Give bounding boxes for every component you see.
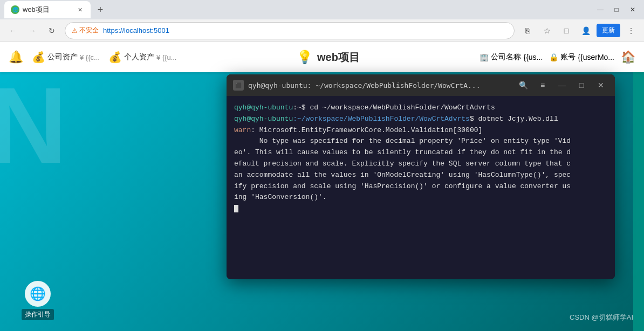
forward-button[interactable]: → [24,22,41,39]
terminal-min-button[interactable]: — [554,78,570,93]
personal-assets-value: ¥ {{u... [156,53,177,61]
terminal-body[interactable]: qyh@qyh-ubuntu:~$ cd ~/workspace/WebPubl… [227,96,615,279]
profile-button[interactable]: 👤 [577,22,594,39]
new-tab-button[interactable]: + [93,2,108,17]
company-assets-item[interactable]: 💰 公司资产 ¥ {{c... [32,51,100,64]
terminal-max-button[interactable]: □ [574,78,589,93]
share-button[interactable]: ⎘ [519,22,536,39]
close-button[interactable]: ✕ [626,3,640,17]
operation-guide-button[interactable]: 🌐 操作引导 [22,281,54,320]
nav-right-controls: ⎘ ☆ □ 👤 更新 ⋮ [519,22,640,39]
security-text: 不安全 [79,26,99,35]
address-bar[interactable]: ⚠ 不安全 https://localhost:5001 [65,22,515,39]
personal-assets-item[interactable]: 💰 个人资产 ¥ {{u... [108,51,177,64]
right-sidebar [633,42,644,331]
terminal-line-4: No type was specified for the decimal pr… [234,136,607,147]
active-tab[interactable]: 🌐 web项目 ✕ [4,1,91,18]
nav-bar: ← → ↻ ⚠ 不安全 https://localhost:5001 ⎘ ☆ □… [0,19,644,42]
terminal-titlebar: ⬛ qyh@qyh-ubuntu: ~/workspace/WebPublish… [227,74,615,96]
title-bar: 🌐 web项目 ✕ + — □ ✕ [0,0,644,19]
company-assets-icon: 💰 [32,51,45,64]
terminal-title: qyh@qyh-ubuntu: ~/workspace/WebPublishFo… [248,81,511,89]
update-button[interactable]: 更新 [597,24,620,37]
personal-assets-icon: 💰 [108,51,122,64]
alarm-icon: 🔔 [9,50,23,64]
terminal-line-5: eo'. This will cause values to be silent… [234,147,607,158]
terminal-line-7: an accommodate all the values in 'OnMode… [234,170,607,181]
bg-letter: N [0,64,67,188]
company-name-icon: 🏢 [479,53,489,61]
terminal-app-icon: ⬛ [233,80,244,91]
app-title-text: web项目 [317,50,360,65]
company-assets-value: ¥ {{c... [80,53,100,61]
app-title: 💡 web项目 [297,50,360,65]
bookmark-button[interactable]: ☆ [538,22,556,39]
terminal-window: ⬛ qyh@qyh-ubuntu: ~/workspace/WebPublish… [227,74,615,279]
company-name-value: {{us... [523,53,543,61]
company-assets-label: 公司资产 [47,52,78,62]
nav-center: 💡 web项目 [185,50,471,65]
terminal-line-2: qyh@qyh-ubuntu:~/workspace/WebPublishFol… [234,114,607,125]
op-guide-icon: 🌐 [25,281,51,307]
browser-frame: 🌐 web项目 ✕ + — □ ✕ ← → ↻ ⚠ 不安全 https://lo… [0,0,644,331]
nav-right-items: 🏢 公司名称 {{us... 🔒 账号 {{userMo... 🏠 [479,50,635,64]
tab-title: web项目 [23,5,50,15]
home-button[interactable]: 🏠 [621,50,635,64]
security-warning: ⚠ 不安全 [72,26,99,35]
terminal-close-button[interactable]: ✕ [593,78,608,93]
app-navbar: 🔔 💰 公司资产 ¥ {{c... 💰 个人资产 ¥ {{u... 💡 web项… [0,42,644,72]
back-button[interactable]: ← [4,22,22,39]
terminal-controls: 🔍 ≡ — □ ✕ [516,78,608,93]
terminal-line-1: qyh@qyh-ubuntu:~$ cd ~/workspace/WebPubl… [234,102,607,114]
refresh-button[interactable]: ↻ [43,22,60,39]
terminal-line-8: ify precision and scale using 'HasPrecis… [234,181,607,192]
warning-icon: ⚠ [72,27,78,35]
account-icon: 🔒 [549,53,558,61]
bulb-icon: 💡 [297,50,313,65]
tab-strip: 🌐 web项目 ✕ + [4,1,108,18]
minimize-button[interactable]: — [593,3,607,17]
account-value: {{userMo... [578,53,614,61]
address-text: https://localhost:5001 [103,26,508,35]
personal-assets-label: 个人资产 [124,52,154,62]
terminal-search-button[interactable]: 🔍 [516,78,531,93]
terminal-line-3: warn: Microsoft.EntityFrameworkCore.Mode… [234,125,607,136]
more-button[interactable]: ⋮ [622,22,640,39]
web-content: 🔔 💰 公司资产 ¥ {{c... 💰 个人资产 ¥ {{u... 💡 web项… [0,42,644,331]
window-controls: — □ ✕ [593,3,640,17]
terminal-line-9: ing 'HasConversion()'. [234,192,607,203]
terminal-menu-button[interactable]: ≡ [535,78,550,93]
maximize-button[interactable]: □ [609,3,624,17]
company-name-item[interactable]: 🏢 公司名称 {{us... [479,52,543,62]
terminal-cursor-line [234,203,607,215]
op-guide-label: 操作引导 [22,309,54,320]
tab-favicon: 🌐 [11,5,19,14]
csdn-watermark: CSDN @切糕师学AI [570,313,633,322]
terminal-line-6: efault precision and scale. Explicitly s… [234,158,607,170]
account-label: 账号 [560,52,576,62]
company-name-label: 公司名称 [491,52,521,62]
account-item[interactable]: 🔒 账号 {{userMo... [549,52,614,62]
extensions-button[interactable]: □ [558,22,575,39]
tab-close-button[interactable]: ✕ [76,5,84,14]
